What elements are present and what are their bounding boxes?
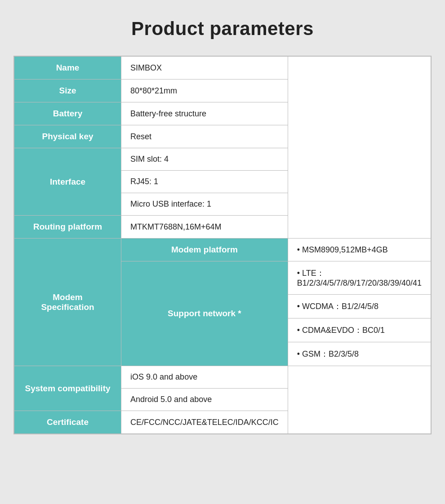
support-network-value: • LTE：B1/2/3/4/5/7/8/9/17/20/38/39/40/41 bbox=[288, 261, 431, 295]
support-network-value: • WCDMA：B1/2/4/5/8 bbox=[288, 295, 431, 318]
row-value: 80*80*21mm bbox=[121, 80, 288, 102]
modem-platform-value: • MSM8909,512MB+4GB bbox=[288, 239, 431, 261]
row-value: Android 5.0 and above bbox=[121, 389, 288, 411]
table-row: Modem Specification Modem platform • MSM… bbox=[14, 239, 431, 261]
table-row: Name SIMBOX bbox=[14, 56, 431, 80]
row-label: System compatibility bbox=[14, 366, 121, 411]
table-row: Physical key Reset bbox=[14, 125, 431, 148]
row-label: Name bbox=[14, 56, 121, 80]
row-value: Micro USB interface: 1 bbox=[121, 193, 288, 216]
support-network-value: • GSM：B2/3/5/8 bbox=[288, 342, 431, 366]
product-table: Name SIMBOX Size 80*80*21mm Battery Batt… bbox=[13, 56, 432, 434]
row-value: Battery-free structure bbox=[121, 102, 288, 125]
row-value: SIMBOX bbox=[121, 56, 288, 80]
table-row: Interface SIM slot: 4 bbox=[14, 148, 431, 171]
modem-platform-label: Modem platform bbox=[121, 239, 288, 261]
table-row: Size 80*80*21mm bbox=[14, 80, 431, 102]
row-label: Routing platform bbox=[14, 216, 121, 239]
row-label: Battery bbox=[14, 102, 121, 125]
row-label: Interface bbox=[14, 148, 121, 216]
row-value: SIM slot: 4 bbox=[121, 148, 288, 171]
row-value: CE/FCC/NCC/JATE&TELEC/IDA/KCC/IC bbox=[121, 411, 288, 434]
page-container: Product parameters Name SIMBOX Size 80*8… bbox=[13, 18, 432, 434]
row-label: Size bbox=[14, 80, 121, 102]
row-label: Physical key bbox=[14, 125, 121, 148]
page-title: Product parameters bbox=[13, 18, 432, 40]
support-network-value: • CDMA&EVDO：BC0/1 bbox=[288, 318, 431, 342]
table-row: System compatibility iOS 9.0 and above bbox=[14, 366, 431, 389]
row-value: MTKMT7688N,16M+64M bbox=[121, 216, 288, 239]
row-value: RJ45: 1 bbox=[121, 171, 288, 193]
table-row: Routing platform MTKMT7688N,16M+64M bbox=[14, 216, 431, 239]
row-value: iOS 9.0 and above bbox=[121, 366, 288, 389]
table-row: Battery Battery-free structure bbox=[14, 102, 431, 125]
support-network-label: Support network * bbox=[121, 261, 288, 366]
table-row: Certificate CE/FCC/NCC/JATE&TELEC/IDA/KC… bbox=[14, 411, 431, 434]
modem-spec-label: Modem Specification bbox=[14, 239, 121, 366]
row-label: Certificate bbox=[14, 411, 121, 434]
row-value: Reset bbox=[121, 125, 288, 148]
